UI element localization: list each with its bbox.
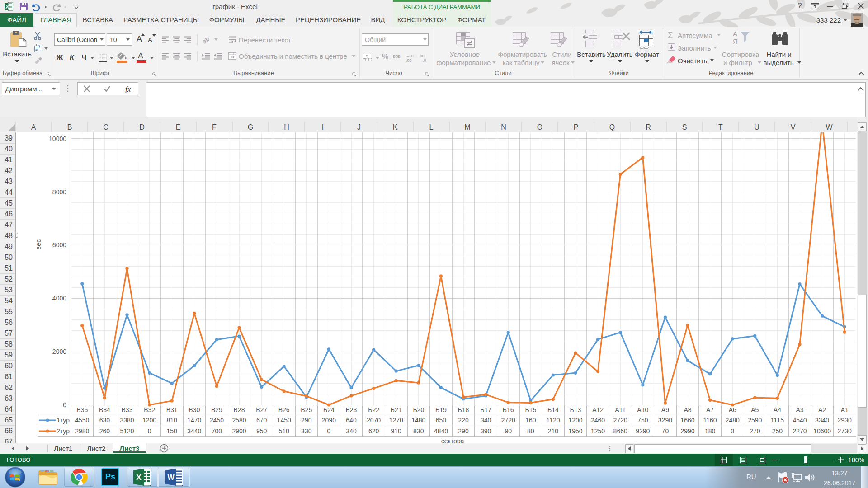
svg-text:А2: А2 bbox=[818, 406, 826, 413]
svg-text:220: 220 bbox=[458, 417, 469, 424]
svg-text:2990: 2990 bbox=[680, 427, 694, 435]
svg-text:T: T bbox=[718, 123, 723, 131]
svg-text:810: 810 bbox=[167, 417, 178, 424]
svg-text:2000: 2000 bbox=[52, 348, 66, 355]
svg-text:В26: В26 bbox=[278, 406, 290, 413]
svg-text:670: 670 bbox=[256, 417, 267, 424]
svg-text:В31: В31 bbox=[166, 406, 178, 413]
svg-text:2тур: 2тур bbox=[57, 427, 70, 435]
svg-text:А10: А10 bbox=[637, 406, 648, 413]
svg-text:Б17: Б17 bbox=[480, 406, 491, 413]
svg-text:6000: 6000 bbox=[52, 241, 66, 249]
svg-text:150: 150 bbox=[167, 427, 178, 435]
svg-text:А3: А3 bbox=[796, 406, 803, 413]
svg-text:А8: А8 bbox=[684, 406, 691, 413]
svg-text:W: W bbox=[167, 474, 175, 481]
svg-text:Б18: Б18 bbox=[458, 406, 469, 413]
svg-text:59: 59 bbox=[5, 351, 13, 359]
svg-text:H: H bbox=[284, 123, 289, 131]
svg-text:260: 260 bbox=[99, 427, 110, 435]
svg-text:А5: А5 bbox=[751, 406, 759, 413]
svg-text:9290: 9290 bbox=[636, 427, 650, 435]
svg-text:5120: 5120 bbox=[120, 427, 134, 435]
svg-text:950: 950 bbox=[256, 427, 267, 435]
svg-text:0: 0 bbox=[327, 427, 331, 435]
svg-text:G: G bbox=[248, 123, 253, 131]
svg-text:42: 42 bbox=[5, 167, 13, 174]
svg-text:1480: 1480 bbox=[411, 417, 425, 424]
svg-text:Б24: Б24 bbox=[323, 406, 335, 413]
svg-text:В28: В28 bbox=[234, 406, 245, 413]
svg-text:Б22: Б22 bbox=[368, 406, 379, 413]
svg-text:4550: 4550 bbox=[75, 417, 89, 424]
svg-text:510: 510 bbox=[279, 427, 290, 435]
svg-text:В32: В32 bbox=[144, 406, 155, 413]
svg-text:54: 54 bbox=[5, 297, 13, 305]
svg-text:620: 620 bbox=[368, 427, 379, 435]
svg-text:55: 55 bbox=[5, 308, 13, 315]
svg-text:390: 390 bbox=[481, 427, 491, 435]
svg-text:2980: 2980 bbox=[75, 427, 89, 435]
svg-text:J: J bbox=[357, 123, 361, 131]
svg-text:2720: 2720 bbox=[613, 417, 627, 424]
svg-text:290: 290 bbox=[301, 417, 312, 424]
svg-text:В25: В25 bbox=[301, 406, 312, 413]
svg-text:2730: 2730 bbox=[838, 427, 852, 435]
svg-text:Б15: Б15 bbox=[525, 406, 536, 413]
svg-text:1450: 1450 bbox=[277, 417, 291, 424]
svg-text:57: 57 bbox=[5, 329, 13, 337]
svg-text:67: 67 bbox=[5, 438, 13, 443]
svg-text:P: P bbox=[574, 123, 579, 131]
svg-text:A: A bbox=[31, 123, 36, 131]
svg-text:80: 80 bbox=[527, 427, 534, 435]
svg-text:1200: 1200 bbox=[142, 417, 156, 424]
svg-text:1160: 1160 bbox=[703, 417, 717, 424]
svg-text:910: 910 bbox=[391, 427, 402, 435]
svg-text:3290: 3290 bbox=[658, 417, 672, 424]
svg-text:10600: 10600 bbox=[813, 427, 831, 435]
svg-text:X: X bbox=[136, 473, 142, 482]
svg-text:вес: вес bbox=[35, 239, 42, 250]
svg-text:E: E bbox=[176, 123, 181, 131]
svg-text:А9: А9 bbox=[661, 406, 669, 413]
svg-text:330: 330 bbox=[301, 427, 312, 435]
svg-text:47: 47 bbox=[5, 221, 13, 229]
svg-text:В27: В27 bbox=[256, 406, 267, 413]
svg-text:В29: В29 bbox=[211, 406, 222, 413]
svg-text:Б20: Б20 bbox=[413, 406, 424, 413]
svg-text:70: 70 bbox=[662, 427, 669, 435]
svg-text:2070: 2070 bbox=[367, 417, 381, 424]
svg-text:64: 64 bbox=[5, 405, 13, 413]
svg-text:44: 44 bbox=[5, 188, 13, 196]
svg-text:65: 65 bbox=[5, 416, 13, 424]
svg-text:46: 46 bbox=[5, 210, 13, 218]
svg-text:Б21: Б21 bbox=[391, 406, 402, 413]
svg-text:Б14: Б14 bbox=[547, 406, 559, 413]
svg-text:2090: 2090 bbox=[322, 417, 336, 424]
svg-text:V: V bbox=[791, 123, 796, 131]
svg-text:51: 51 bbox=[5, 264, 13, 272]
svg-text:1470: 1470 bbox=[187, 417, 201, 424]
svg-text:160: 160 bbox=[525, 417, 536, 424]
svg-text:0: 0 bbox=[731, 427, 734, 435]
svg-text:10000: 10000 bbox=[49, 135, 66, 142]
svg-text:90: 90 bbox=[505, 427, 512, 435]
svg-text:62: 62 bbox=[5, 384, 13, 391]
svg-text:4000: 4000 bbox=[52, 295, 66, 302]
svg-text:L: L bbox=[429, 123, 434, 131]
svg-text:3380: 3380 bbox=[120, 417, 134, 424]
svg-text:1200: 1200 bbox=[568, 417, 582, 424]
svg-text:41: 41 bbox=[5, 156, 13, 164]
svg-text:1270: 1270 bbox=[389, 417, 403, 424]
svg-text:180: 180 bbox=[705, 427, 716, 435]
svg-text:2580: 2580 bbox=[232, 417, 246, 424]
svg-text:1660: 1660 bbox=[680, 417, 694, 424]
svg-text:1тур: 1тур bbox=[57, 417, 70, 424]
svg-text:2460: 2460 bbox=[591, 417, 605, 424]
svg-text:2590: 2590 bbox=[748, 417, 762, 424]
svg-text:2480: 2480 bbox=[726, 417, 740, 424]
svg-text:N: N bbox=[501, 123, 506, 131]
svg-text:2900: 2900 bbox=[232, 427, 246, 435]
svg-text:53: 53 bbox=[5, 286, 13, 294]
svg-text:2270: 2270 bbox=[793, 427, 807, 435]
